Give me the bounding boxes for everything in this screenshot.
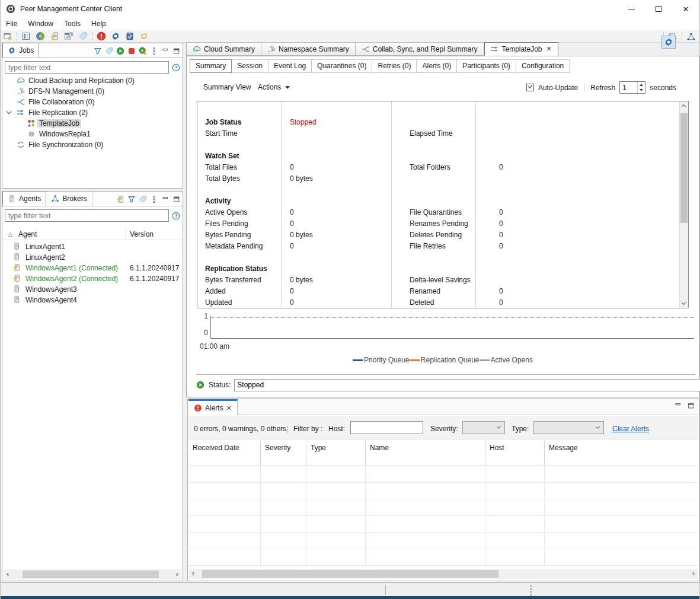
refresh-seconds-input[interactable]	[620, 82, 638, 93]
agent-alerts-button[interactable]	[47, 30, 62, 42]
minimize-view-icon[interactable]	[161, 47, 170, 55]
close-button[interactable]: ✕	[672, 0, 699, 18]
menu-help[interactable]: Help	[86, 18, 111, 30]
maximize-button[interactable]	[645, 0, 672, 18]
help-icon[interactable]: ?	[172, 212, 180, 220]
column-header-host[interactable]: Host	[485, 441, 545, 466]
tree-item-dfsn[interactable]: DFS-N Management (0)	[2, 86, 183, 97]
subtab-retries[interactable]: Retries (0)	[372, 59, 417, 73]
column-header-severity[interactable]: Severity	[261, 441, 306, 466]
new-window-button[interactable]	[1, 30, 15, 42]
menu-file[interactable]: File	[1, 18, 23, 30]
auto-update-checkbox[interactable]	[526, 84, 534, 91]
minimize-view-icon[interactable]	[674, 402, 682, 410]
tab-jobs[interactable]: Jobs	[2, 43, 39, 58]
alerts-button[interactable]	[94, 30, 108, 42]
column-header-received-date[interactable]: Received Date	[188, 441, 261, 466]
help-icon[interactable]: ?	[172, 63, 180, 72]
subtab-quarantines[interactable]: Quarantines (0)	[312, 59, 372, 73]
subtab-configuration[interactable]: Configuration	[516, 59, 570, 73]
jobs-filter-input[interactable]	[5, 61, 169, 74]
agents-filter-input[interactable]	[5, 209, 169, 222]
tree-item-windowsrepla1[interactable]: WindowsRepla1	[2, 129, 183, 139]
schedule-button[interactable]: 12	[62, 30, 76, 42]
minimize-view-icon[interactable]	[161, 195, 170, 203]
scroll-left-icon[interactable]: ‹	[4, 569, 12, 579]
severity-select[interactable]	[462, 421, 505, 434]
scrollbar-thumb[interactable]	[202, 570, 498, 578]
tasks-button[interactable]	[123, 30, 137, 42]
tab-namespace-summary[interactable]: Namespace Summary	[261, 42, 356, 56]
close-tab-icon[interactable]: ✕	[546, 45, 552, 53]
settings-button[interactable]	[108, 30, 123, 42]
tree-item-file-collab[interactable]: File Collaboration (0)	[2, 97, 183, 107]
scrollbar-thumb[interactable]	[680, 113, 688, 223]
filter-icon[interactable]	[127, 195, 136, 203]
scroll-left-icon[interactable]: ‹	[189, 569, 197, 579]
column-header-version[interactable]: Version	[130, 228, 154, 240]
agent-notify-icon[interactable]	[116, 195, 124, 203]
host-filter-input[interactable]	[350, 421, 423, 434]
maximize-view-icon[interactable]	[172, 195, 181, 203]
type-select[interactable]	[533, 421, 604, 434]
maximize-view-icon[interactable]	[687, 402, 695, 410]
tab-cloud-summary[interactable]: Cloud Summary	[186, 42, 261, 56]
spinner-down-icon[interactable]	[640, 89, 643, 91]
subtab-alerts[interactable]: Alerts (0)	[417, 59, 457, 73]
tab-collab-sync-repl-summary[interactable]: Collab, Sync, and Repl Summary	[356, 42, 484, 56]
preferences-button[interactable]	[19, 30, 33, 42]
scroll-up-icon[interactable]	[682, 104, 686, 109]
agents-horizontal-scrollbar[interactable]: ‹ ›	[4, 569, 181, 579]
column-header-agent[interactable]: △ Agent	[3, 228, 126, 240]
table-row[interactable]: WindowsAgent1 (Connected) 6.1.1.20240917	[3, 263, 182, 273]
drag-handle-icon[interactable]	[530, 585, 532, 596]
close-view-icon[interactable]: ✕	[226, 404, 232, 412]
scroll-right-icon[interactable]: ›	[689, 569, 698, 579]
column-header-message[interactable]: Message	[545, 441, 698, 466]
tree-item-cloud-backup[interactable]: Cloud Backup and Replication (0)	[2, 75, 183, 86]
spinner-up-icon[interactable]	[640, 84, 643, 86]
start-job-icon[interactable]	[116, 47, 124, 55]
maximize-view-icon[interactable]	[172, 47, 181, 55]
table-row[interactable]: LinuxAgent2	[3, 252, 182, 263]
actions-dropdown[interactable]: Actions	[258, 83, 290, 91]
scroll-down-icon[interactable]	[682, 301, 686, 305]
tree-item-templatejob[interactable]: TemplateJob	[2, 118, 183, 129]
table-row[interactable]: WindowsAgent4	[3, 295, 182, 305]
refresh-seconds-spinner[interactable]	[619, 81, 645, 94]
summary-vertical-scrollbar[interactable]	[679, 101, 688, 308]
minimize-button[interactable]	[618, 0, 645, 18]
tag-icon[interactable]	[105, 47, 113, 55]
expander-chevron-icon[interactable]	[7, 109, 11, 114]
menu-tools[interactable]: Tools	[59, 18, 86, 30]
tab-templatejob[interactable]: TemplateJob ✕	[484, 42, 558, 56]
alerts-horizontal-scrollbar[interactable]: ‹ ›	[189, 569, 698, 579]
filter-icon[interactable]	[94, 47, 102, 55]
stop-job-icon[interactable]	[127, 47, 136, 55]
subtab-event-log[interactable]: Event Log	[269, 59, 312, 73]
tab-agents[interactable]: Agents	[2, 191, 46, 206]
refresh-button[interactable]	[137, 30, 151, 42]
tree-item-file-sync[interactable]: File Synchronization (0)	[2, 139, 183, 150]
start-all-icon[interactable]	[139, 47, 147, 55]
view-menu-icon[interactable]	[150, 47, 158, 55]
clear-alerts-link[interactable]: Clear Alerts	[612, 422, 649, 435]
scroll-right-icon[interactable]: ›	[173, 569, 181, 579]
subtab-session[interactable]: Session	[232, 59, 269, 73]
tab-alerts[interactable]: Alerts ✕	[188, 399, 238, 415]
tree-item-file-replication[interactable]: File Replication (2)	[2, 107, 183, 118]
tab-brokers[interactable]: Brokers	[46, 191, 92, 206]
menu-window[interactable]: Window	[23, 18, 59, 30]
column-header-name[interactable]: Name	[366, 441, 485, 466]
tags-button[interactable]	[76, 30, 90, 42]
subtab-summary[interactable]: Summary	[190, 59, 232, 73]
table-row[interactable]: WindowsAgent3	[3, 284, 182, 295]
view-menu-icon[interactable]	[150, 195, 158, 203]
table-row[interactable]: WindowsAgent2 (Connected) 6.1.1.20240917	[3, 273, 182, 284]
scrollbar-thumb[interactable]	[23, 571, 159, 578]
subtab-participants[interactable]: Participants (0)	[457, 59, 516, 73]
web-help-button[interactable]	[33, 30, 47, 42]
table-row[interactable]: LinuxAgent1	[3, 241, 182, 252]
network-perspective-button[interactable]	[684, 31, 698, 43]
spinner-buttons[interactable]	[637, 82, 645, 93]
